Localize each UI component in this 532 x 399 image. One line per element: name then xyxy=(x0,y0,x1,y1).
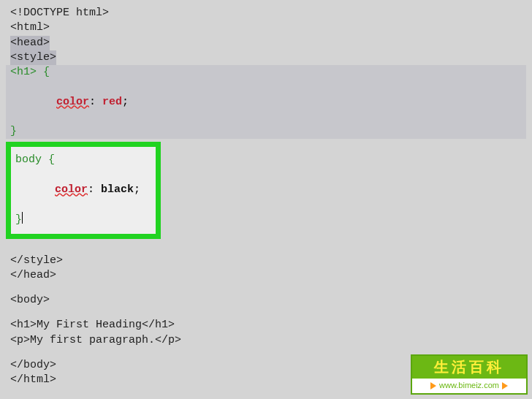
head-open-line: <head> xyxy=(10,36,522,50)
h1-rule-block: <h1> { color: red; } xyxy=(6,65,526,139)
code-editor[interactable]: <!DOCTYPE html> <html> <head> <style> <h… xyxy=(10,6,522,387)
arrow-icon xyxy=(430,382,436,390)
watermark-title: 生活百科 xyxy=(411,354,528,379)
h1-content-line: <h1>My First Heading</h1> xyxy=(10,318,522,332)
head-close-line: </head> xyxy=(10,268,522,283)
arrow-icon xyxy=(502,382,508,390)
watermark-badge: 生活百科 www.bimeiz.com xyxy=(411,354,528,395)
style-open-line: <style> xyxy=(10,50,522,65)
body-open-line: <body> xyxy=(10,293,522,308)
body-rule-highlight: body { color: black; } xyxy=(6,142,161,238)
p-content-line: <p>My first paragraph.</p> xyxy=(10,333,522,348)
html-open-line: <html> xyxy=(10,20,522,35)
doctype-line: <!DOCTYPE html> xyxy=(10,6,522,20)
style-close-line: </style> xyxy=(10,254,522,268)
watermark-url: www.bimeiz.com xyxy=(411,379,528,395)
text-cursor xyxy=(22,212,23,224)
